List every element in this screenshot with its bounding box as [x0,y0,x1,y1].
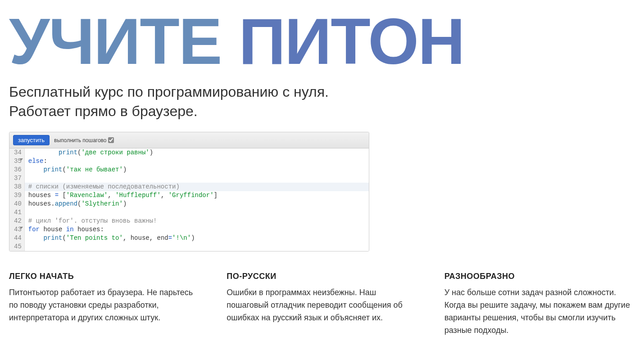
feature-title: РАЗНООБРАЗНО [444,272,635,281]
line-number: 39 [14,191,22,200]
code-line [28,208,365,217]
code-line: # цикл 'for'. отступы вновь важны! [28,217,365,225]
code-area[interactable]: 343536373839404142434445 print('две стро… [9,148,369,251]
line-number: 41 [14,208,22,217]
code-line: print('две строки равны') [28,148,365,157]
line-number: 43 [14,225,22,234]
subtitle-line-1: Бесплатный курс по программированию с ну… [9,84,329,100]
line-number: 34 [14,148,22,157]
feature-text: Ошибки в программах неизбежны. Наш пошаг… [227,287,417,324]
code-line [28,174,365,183]
feature-easy-start: ЛЕГКО НАЧАТЬ Питонтьютор работает из бра… [9,272,200,337]
line-number: 42 [14,217,22,225]
feature-title: ЛЕГКО НАЧАТЬ [9,272,200,281]
features-row: ЛЕГКО НАЧАТЬ Питонтьютор работает из бра… [9,272,635,337]
code-content[interactable]: print('две строки равны')else: print('та… [25,148,369,251]
title-word-1: УЧИТЕ [9,5,222,78]
line-number: 37 [14,174,22,183]
line-number: 35 [14,157,22,166]
code-line: # списки (изменяемые последовательности) [28,183,365,191]
code-editor: запустить выполнить пошагово 34353637383… [9,132,369,251]
fold-marker-icon[interactable] [19,158,23,161]
line-number: 45 [14,242,22,251]
step-by-step-toggle[interactable]: выполнить пошагово [54,137,114,144]
line-gutter: 343536373839404142434445 [9,148,25,251]
step-checkbox[interactable] [108,137,114,143]
line-number: 40 [14,200,22,208]
run-button[interactable]: запустить [13,135,50,145]
line-number: 44 [14,234,22,242]
code-line: print('так не бывает') [28,166,365,174]
code-line: houses = ['Ravenclaw', 'Hufflepuff', 'Gr… [28,191,365,200]
editor-toolbar: запустить выполнить пошагово [9,132,369,148]
code-line: for house in houses: [28,225,365,234]
page-subtitle: Бесплатный курс по программированию с ну… [9,82,635,121]
feature-text: Питонтьютор работает из браузера. Не пар… [9,287,200,324]
step-label: выполнить пошагово [54,137,107,144]
feature-russian: ПО-РУССКИ Ошибки в программах неизбежны.… [227,272,417,337]
line-number: 38 [14,183,22,191]
code-line: print('Ten points to', house, end='!\n') [28,234,365,242]
feature-variety: РАЗНООБРАЗНО У нас больше сотни задач ра… [444,272,635,337]
subtitle-line-2: Работает прямо в браузере. [9,103,198,119]
fold-marker-icon[interactable] [19,227,23,229]
page-title: УЧИТЕ ПИТОН [9,9,635,74]
code-line [28,242,365,251]
code-line: else: [28,157,365,166]
title-word-2: ПИТОН [239,5,464,78]
feature-title: ПО-РУССКИ [227,272,417,281]
code-line: houses.append('Slytherin') [28,200,365,208]
feature-text: У нас больше сотни задач разной сложност… [444,287,635,337]
line-number: 36 [14,166,22,174]
